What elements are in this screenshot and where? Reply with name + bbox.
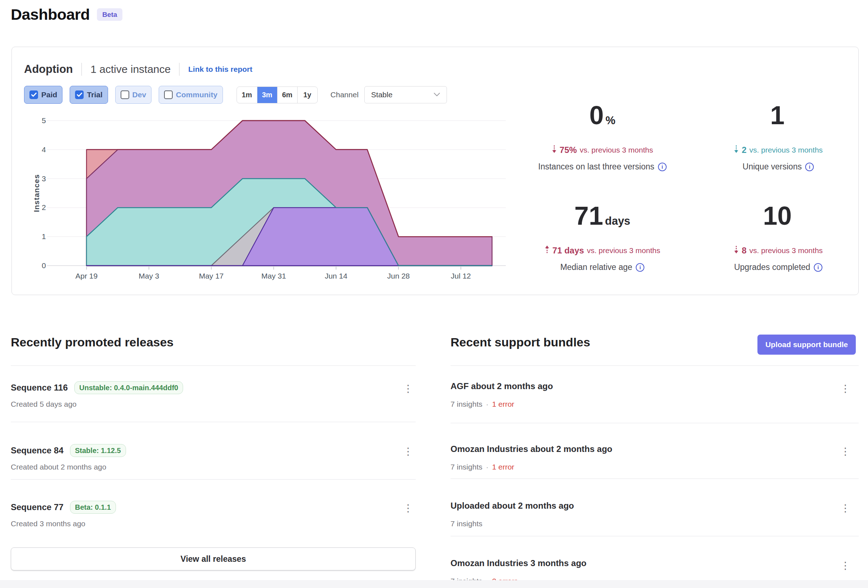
page-title: Dashboard xyxy=(11,6,90,23)
bundle-insights: 7 insights xyxy=(450,400,483,409)
bundle-title: Uploaded about 2 months ago xyxy=(450,501,574,511)
release-channel-badge: Beta: 0.1.1 xyxy=(70,501,116,514)
adoption-card: Adoption 1 active instance Link to this … xyxy=(12,47,859,295)
view-all-releases-button[interactable]: View all releases xyxy=(11,547,416,570)
adoption-title: Adoption xyxy=(24,63,73,76)
kebab-menu-icon[interactable] xyxy=(838,500,853,516)
filter-chip-paid[interactable]: Paid xyxy=(24,86,62,104)
stat-instances-on-last-three-versions: 0% 75% vs. previous 3 months Instances o… xyxy=(514,101,690,195)
range-1m[interactable]: 1m xyxy=(237,87,257,103)
stat-label: Instances on last three versions xyxy=(538,162,654,171)
adoption-header: Adoption 1 active instance Link to this … xyxy=(24,61,252,77)
info-icon[interactable] xyxy=(805,163,814,171)
stat-upgrades-completed: 10 8 vs. previous 3 months Upgrades comp… xyxy=(690,201,866,295)
svg-text:Jun 28: Jun 28 xyxy=(387,272,410,280)
svg-text:May 17: May 17 xyxy=(199,272,224,280)
stat-delta-value: 71 days xyxy=(552,245,584,256)
svg-text:May 3: May 3 xyxy=(139,272,159,280)
checkbox-unchecked-icon xyxy=(121,90,129,99)
stat-delta-value: 2 xyxy=(742,145,746,155)
bundle-errors: 1 error xyxy=(492,463,514,471)
stat-delta-value: 75% xyxy=(559,145,577,155)
release-created: Created about 2 months ago xyxy=(11,463,106,471)
footer-strip xyxy=(0,580,868,588)
bundle-title: AGF about 2 months ago xyxy=(450,381,553,391)
stat-value: 0 xyxy=(589,101,604,130)
release-created: Created 5 days ago xyxy=(11,400,77,409)
filter-chip-dev[interactable]: Dev xyxy=(115,86,152,104)
kebab-menu-icon[interactable] xyxy=(402,500,416,516)
info-icon[interactable] xyxy=(636,263,644,272)
range-3m[interactable]: 3m xyxy=(257,87,277,103)
stat-delta-suffix: vs. previous 3 months xyxy=(750,146,823,154)
svg-text:5: 5 xyxy=(41,116,46,124)
svg-text:May 31: May 31 xyxy=(261,272,286,280)
stat-value: 71 xyxy=(574,201,603,230)
bundle-insights: 7 insights xyxy=(450,463,483,471)
stat-label: Upgrades completed xyxy=(734,262,810,272)
kebab-menu-icon[interactable] xyxy=(402,381,416,396)
bundle-title: Omozan Industries about 2 months ago xyxy=(450,444,613,454)
svg-text:0: 0 xyxy=(41,261,46,270)
beta-badge: Beta xyxy=(97,8,123,21)
svg-text:Apr 19: Apr 19 xyxy=(75,272,97,280)
info-icon[interactable] xyxy=(658,163,667,171)
adoption-controls: Paid Trial Dev Community 1m 3m 6m 1y xyxy=(24,86,447,104)
adoption-stats: 0% 75% vs. previous 3 months Instances o… xyxy=(514,101,866,295)
divider xyxy=(450,479,859,479)
info-icon[interactable] xyxy=(814,263,822,272)
filter-chip-community[interactable]: Community xyxy=(159,86,223,104)
time-range-segmented-control: 1m 3m 6m 1y xyxy=(236,87,318,103)
releases-heading: Recently promoted releases xyxy=(11,335,174,349)
release-title: Sequence 77 xyxy=(11,502,63,512)
divider xyxy=(11,422,416,422)
arrow-down-dashed-icon xyxy=(552,144,557,155)
kebab-menu-icon[interactable] xyxy=(838,381,853,396)
dot-separator: · xyxy=(486,400,489,409)
kebab-menu-icon[interactable] xyxy=(838,443,853,459)
active-instances-count: 1 active instance xyxy=(90,63,171,75)
svg-text:Jun 14: Jun 14 xyxy=(325,272,347,280)
kebab-menu-icon[interactable] xyxy=(838,557,853,573)
range-1y[interactable]: 1y xyxy=(297,87,317,103)
filter-chip-label: Paid xyxy=(41,90,57,99)
divider xyxy=(450,365,859,366)
checkbox-unchecked-icon xyxy=(164,90,173,99)
channel-select[interactable]: Stable xyxy=(365,86,447,103)
filter-chip-trial[interactable]: Trial xyxy=(69,86,108,104)
bundle-title: Omozan Industries 3 months ago xyxy=(450,558,586,568)
arrow-up-dashed-icon xyxy=(545,245,549,256)
stat-unit: days xyxy=(605,215,630,227)
release-created: Created 3 months ago xyxy=(11,519,86,528)
link-to-report[interactable]: Link to this report xyxy=(188,65,252,74)
svg-text:2: 2 xyxy=(41,203,46,211)
kebab-menu-icon[interactable] xyxy=(402,443,416,459)
stat-unit: % xyxy=(605,114,616,127)
divider xyxy=(450,536,859,536)
svg-text:Instances: Instances xyxy=(32,174,41,212)
adoption-chart: 012345Apr 19May 3May 17May 31Jun 14Jun 2… xyxy=(22,114,521,286)
stat-value: 1 xyxy=(770,101,784,130)
svg-text:3: 3 xyxy=(41,174,46,183)
divider xyxy=(11,365,416,366)
svg-text:Jul 12: Jul 12 xyxy=(451,272,471,280)
dot-separator: · xyxy=(486,463,489,471)
range-6m[interactable]: 6m xyxy=(277,87,297,103)
stat-delta-suffix: vs. previous 3 months xyxy=(750,246,823,255)
stat-delta-suffix: vs. previous 3 months xyxy=(580,146,653,154)
bundle-insights: 7 insights xyxy=(450,519,483,528)
checkbox-checked-icon xyxy=(75,90,84,99)
separator xyxy=(81,63,82,76)
adoption-chart-area: 012345Apr 19May 3May 17May 31Jun 14Jun 2… xyxy=(22,114,521,287)
filter-chip-label: Community xyxy=(176,90,217,99)
stat-unique-versions: 1 2 vs. previous 3 months Unique version… xyxy=(690,101,866,195)
stat-label: Median relative age xyxy=(560,262,633,272)
license-filter-chips: Paid Trial Dev Community xyxy=(24,86,223,104)
stat-delta-value: 8 xyxy=(742,245,746,256)
bundle-errors: 1 error xyxy=(492,400,514,409)
chevron-down-icon xyxy=(434,92,440,98)
divider xyxy=(450,423,859,423)
upload-support-bundle-button[interactable]: Upload support bundle xyxy=(757,335,856,355)
filter-chip-label: Dev xyxy=(133,90,146,99)
checkbox-checked-icon xyxy=(30,90,38,99)
